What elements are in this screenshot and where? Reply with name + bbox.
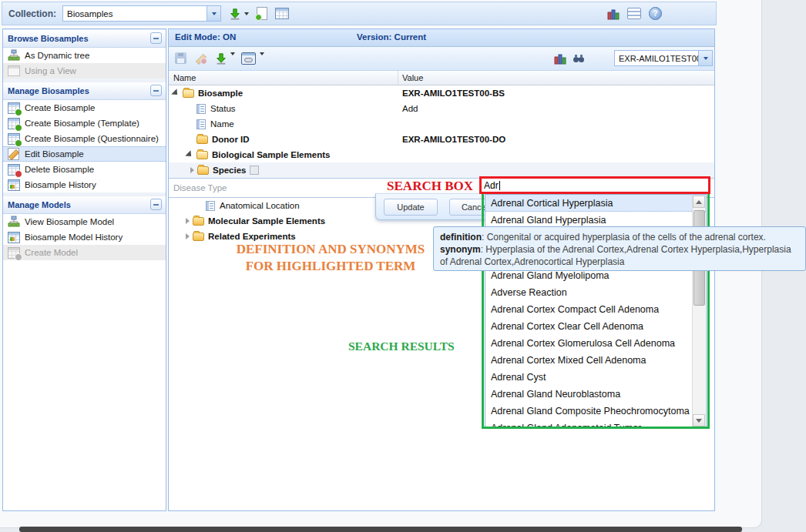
table-add-icon xyxy=(8,247,22,259)
sidebar-item-edit-biosample[interactable]: Edit Biosample xyxy=(3,146,166,162)
tree-row-donor-id[interactable]: Donor ID EXR-AMILO1TEST00-DO xyxy=(169,132,714,147)
section-header-manage-biosamples[interactable]: Manage Biosamples xyxy=(3,82,166,100)
dropdown-item[interactable]: Adrenal Cortex Mixed Cell Adenoma xyxy=(485,352,706,369)
column-header-name[interactable]: Name xyxy=(173,73,196,82)
sidebar-item-biosample-history[interactable]: Biosample History xyxy=(3,177,166,192)
expanded-arrow-icon[interactable] xyxy=(171,89,180,97)
column-separator[interactable] xyxy=(398,71,398,85)
sidebar-item-biosample-model-history[interactable]: Biosample Model History xyxy=(3,229,166,245)
dropdown-item[interactable]: Adrenal Gland Composite Pheochromocytoma xyxy=(485,403,706,420)
dropdown-item-selected[interactable]: Adrenal Cortical Hyperplasia xyxy=(485,195,706,212)
screenshot-stage: Collection: Biosamples ? Browse Biosampl… xyxy=(0,0,806,532)
dropdown-item[interactable]: Adrenal Gland Neuroblastoma xyxy=(485,386,706,403)
tree-row-species[interactable]: Species xyxy=(169,162,714,178)
export-button[interactable] xyxy=(229,8,249,20)
chevron-down-icon[interactable] xyxy=(260,52,264,55)
info-box-icon[interactable] xyxy=(250,166,259,175)
scroll-down-icon[interactable] xyxy=(693,414,705,427)
chart-button[interactable] xyxy=(554,52,566,65)
tree-row-biological-sample-elements[interactable]: Biological Sample Elements xyxy=(169,147,714,162)
search-box-annotation-rect: Adr xyxy=(479,176,710,194)
sidebar-item-view-biosample-model[interactable]: View Biosample Model xyxy=(3,214,166,229)
tree-node-label: Species xyxy=(213,166,246,175)
collapsed-arrow-icon[interactable] xyxy=(186,233,190,239)
dropdown-item[interactable]: Adrenal Gland Adenomatoid Tumor xyxy=(485,420,706,428)
sidebar-item-create-biosample-questionnaire[interactable]: Create Biosample (Questionnaire) xyxy=(3,131,166,146)
column-header-value[interactable]: Value xyxy=(402,73,423,82)
view-icon xyxy=(8,65,22,76)
export-button[interactable] xyxy=(215,52,227,65)
folder-icon xyxy=(193,217,204,226)
find-button[interactable] xyxy=(573,52,585,65)
tree-icon xyxy=(8,49,22,62)
new-document-button[interactable] xyxy=(257,7,267,20)
chevron-down-icon[interactable] xyxy=(698,51,712,65)
tree-node-label: Molecular Sample Elements xyxy=(208,216,325,226)
list-view-icon[interactable] xyxy=(627,8,641,19)
sidebar-section-manage-biosamples: Manage Biosamples Create Biosample Creat… xyxy=(3,82,166,192)
folder-icon xyxy=(197,166,209,175)
binoculars-icon xyxy=(573,52,585,65)
record-select[interactable]: EXR-AMILO1TEST00-BS xyxy=(614,50,713,66)
collapse-icon[interactable] xyxy=(150,85,162,96)
tree-node-value: EXR-AMILO1TEST00-BS xyxy=(402,85,505,101)
dropdown-item[interactable]: Adrenal Cortex Compact Cell Adenoma xyxy=(485,301,706,318)
grid-icon xyxy=(275,8,289,19)
chevron-down-icon[interactable] xyxy=(230,52,235,55)
edit-disabled-button xyxy=(195,52,207,65)
collapse-icon[interactable] xyxy=(150,199,162,210)
chevron-down-icon[interactable] xyxy=(244,12,249,15)
table-history-icon xyxy=(8,232,22,243)
annotation-definition-synonyms: DEFINITION AND SYNONYMS FOR HIGHLIGHTED … xyxy=(228,241,433,275)
save-button xyxy=(175,52,186,64)
dropdown-item[interactable]: Adrenal Cortex Clear Cell Adenoma xyxy=(485,318,706,335)
sidebar-item-create-biosample[interactable]: Create Biosample xyxy=(3,100,166,115)
sidebar-item-label: Delete Biosample xyxy=(25,165,94,174)
section-title: Manage Biosamples xyxy=(3,86,89,95)
sidebar-item-label: Create Biosample (Questionnaire) xyxy=(25,134,159,143)
section-title: Browse Biosamples xyxy=(3,34,89,43)
section-header-manage-models[interactable]: Manage Models xyxy=(3,196,166,214)
sidebar-item-label: Using a View xyxy=(25,66,76,75)
table-add-icon xyxy=(8,102,22,114)
sidebar-item-as-dynamic-tree[interactable]: As Dynamic tree xyxy=(3,48,166,63)
form-field-icon xyxy=(196,104,206,114)
grid-view-button[interactable] xyxy=(275,8,289,19)
scroll-up-icon[interactable] xyxy=(693,196,705,208)
tooltip-definition-line: definition: Congenital or acquired hyper… xyxy=(440,231,799,243)
annotation-search-box: SEARCH BOX xyxy=(384,179,473,194)
link-window-button[interactable] xyxy=(241,52,256,65)
sidebar-item-using-a-view: Using a View xyxy=(3,63,166,79)
new-document-icon xyxy=(257,7,267,20)
section-header-browse-biosamples[interactable]: Browse Biosamples xyxy=(3,29,166,48)
sidebar-item-label: Biosample History xyxy=(25,180,96,189)
expanded-arrow-icon[interactable] xyxy=(185,150,193,159)
search-input-value: Adr xyxy=(484,180,499,191)
tree-row-status[interactable]: Status Add xyxy=(169,101,714,116)
sidebar-item-create-biosample-template[interactable]: Create Biosample (Template) xyxy=(3,115,166,131)
tree-row-biosample[interactable]: Biosample EXR-AMILO1TEST00-BS xyxy=(169,85,714,101)
save-icon xyxy=(175,52,186,64)
chevron-down-icon[interactable] xyxy=(207,6,220,21)
collapse-icon[interactable] xyxy=(150,32,162,44)
tree-node-label: Name xyxy=(210,119,234,129)
collapsed-arrow-icon[interactable] xyxy=(190,167,194,173)
dropdown-item[interactable]: Adrenal Cyst xyxy=(485,369,706,386)
top-toolbar: Collection: Biosamples ? xyxy=(2,2,717,25)
update-button[interactable]: Update xyxy=(384,199,438,216)
bar-chart-icon[interactable] xyxy=(607,8,620,20)
disease-search-input[interactable]: Adr xyxy=(482,179,708,192)
dropdown-item[interactable]: Adverse Reaction xyxy=(485,284,706,301)
collection-select[interactable]: Biosamples xyxy=(62,5,221,22)
collapsed-arrow-icon[interactable] xyxy=(186,218,190,224)
folder-icon xyxy=(196,136,208,144)
tree-row-name[interactable]: Name xyxy=(169,116,714,132)
dropdown-item[interactable]: Adrenal Cortex Glomerulosa Cell Adenoma xyxy=(485,335,706,352)
sidebar-item-delete-biosample[interactable]: Delete Biosample xyxy=(3,162,166,177)
bar-chart-icon xyxy=(554,52,566,65)
help-icon[interactable]: ? xyxy=(649,7,662,20)
edit-pencil-icon xyxy=(8,148,22,160)
tree-node-value: EXR-AMILO1TEST00-DO xyxy=(402,132,505,147)
collection-value: Biosamples xyxy=(63,9,207,18)
sidebar-item-label: Create Model xyxy=(25,248,78,257)
